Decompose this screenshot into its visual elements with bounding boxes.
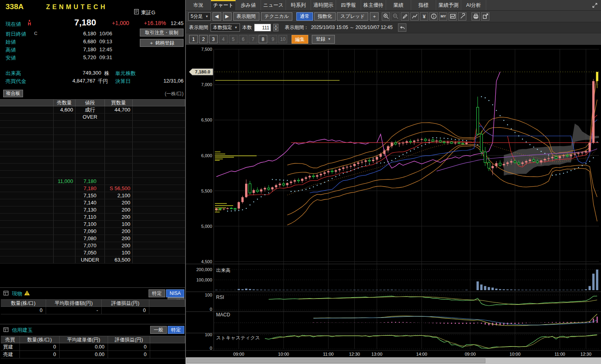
unit-shares-label: 単元株数: [115, 70, 136, 77]
current-price-label: 現在値: [6, 21, 21, 28]
composite-board-button[interactable]: 複合板: [3, 90, 23, 97]
snapshot-icon[interactable]: [448, 12, 457, 21]
svg-text:100,000: 100,000: [196, 277, 212, 282]
per-unit-note: (一株/口): [147, 91, 184, 97]
high-time: 12:45: [99, 46, 112, 52]
board-row[interactable]: UNDER63,500: [0, 256, 185, 264]
trendline-icon[interactable]: [410, 12, 419, 21]
low-label: 安値: [6, 54, 16, 62]
tab-3[interactable]: 歩み値: [236, 0, 261, 10]
printer-icon[interactable]: [472, 12, 480, 21]
chart-slot-5[interactable]: 5: [229, 35, 238, 43]
trade-caution-button[interactable]: 取引注意・規制: [140, 29, 184, 37]
board-row[interactable]: OVER: [0, 114, 185, 121]
mode-button-1[interactable]: 通常: [296, 12, 313, 21]
board-row[interactable]: [0, 121, 185, 128]
cash-filter-button[interactable]: NISA: [166, 289, 184, 297]
tab-11[interactable]: 業績予測: [436, 0, 461, 10]
svg-text:6,000: 6,000: [201, 153, 212, 158]
svg-text:09:00: 09:00: [233, 352, 244, 356]
board-row[interactable]: [0, 128, 185, 135]
count-input[interactable]: [254, 24, 271, 31]
board-row[interactable]: [0, 156, 185, 164]
prev-button[interactable]: ◀: [213, 12, 221, 21]
chart-slot-4[interactable]: 4: [219, 35, 228, 43]
chart-panel: 市況チャート歩み値ニュース時系列適時開示四季報株主優待業績指標業績予測AI分析 …: [186, 0, 601, 364]
tab-7[interactable]: 四季報: [336, 0, 361, 10]
chart-slot-2[interactable]: 2: [199, 35, 208, 43]
chart-slot-3[interactable]: 3: [209, 35, 218, 43]
board-row[interactable]: 7,180S 56,500: [0, 185, 185, 192]
price-chart[interactable]: 7,5007,0006,5006,0005,5005,0004,500200,0…: [186, 45, 601, 357]
count-spinner[interactable]: ▲▼: [273, 24, 278, 31]
zoom-in-icon[interactable]: [382, 12, 390, 21]
tab-6[interactable]: 適時開示: [311, 0, 336, 10]
tab-4[interactable]: ニュース: [261, 0, 286, 10]
tab-5[interactable]: 時系列: [286, 0, 311, 10]
board-row[interactable]: 4,600成行44,700: [0, 106, 185, 114]
board-row[interactable]: 7,110200: [0, 214, 185, 221]
board-row[interactable]: 7,080200: [0, 235, 185, 242]
plus-icon: ＋: [149, 40, 154, 46]
register-symbol-button[interactable]: ＋ 銘柄登録: [140, 39, 184, 47]
margin-short-row: 売建 0 0.00 0: [1, 351, 185, 358]
board-row[interactable]: [0, 142, 185, 149]
svg-text:09:00: 09:00: [465, 352, 476, 356]
count-mode-select[interactable]: 本数指定: [211, 23, 240, 32]
wrench-icon[interactable]: [458, 12, 466, 21]
board-row[interactable]: 7,070200: [0, 242, 185, 249]
export-icon[interactable]: [481, 12, 489, 21]
tab-10[interactable]: 指標: [411, 0, 436, 10]
mode-button-2[interactable]: 指数化: [314, 12, 336, 21]
tab-8[interactable]: 株主優待: [361, 0, 386, 10]
board-row[interactable]: [0, 164, 185, 171]
add-pane-button[interactable]: ＋: [370, 12, 379, 21]
margin-filter-button[interactable]: 一般: [150, 326, 167, 334]
warning-icon[interactable]: [24, 290, 30, 297]
period-label: 表示期間: [189, 24, 208, 31]
technical-button[interactable]: テクニカル: [261, 12, 292, 21]
turnover-label: 売買代金: [6, 78, 26, 85]
period-button[interactable]: 表示期間: [233, 12, 259, 21]
info-icon[interactable]: [429, 12, 438, 21]
board-row[interactable]: 7,140200: [0, 199, 185, 206]
board-row[interactable]: 7,130200: [0, 206, 185, 214]
board-row[interactable]: 7,050100: [0, 249, 185, 256]
svg-text:ストキャスティクス: ストキャスティクス: [216, 335, 260, 341]
cash-section-icon: [3, 290, 9, 297]
interval-select[interactable]: 5分足: [188, 12, 211, 21]
horizontal-scrollbar[interactable]: [186, 357, 601, 364]
board-row[interactable]: 7,100100: [0, 221, 185, 228]
cash-filter-button[interactable]: 特定: [149, 289, 165, 297]
scrollbar-thumb[interactable]: [187, 358, 485, 363]
sell-qty-header: 売数量: [54, 100, 75, 106]
chart-slot-7[interactable]: 7: [249, 35, 257, 43]
zoom-out-icon[interactable]: [391, 12, 400, 21]
expand-icon[interactable]: [589, 0, 601, 10]
tab-9[interactable]: 業績: [386, 0, 411, 10]
tab-12[interactable]: AI分析: [461, 0, 486, 10]
yen-icon[interactable]: ¥: [420, 12, 428, 21]
undo-icon[interactable]: [398, 23, 406, 32]
board-row[interactable]: 7,090200: [0, 228, 185, 235]
board-row[interactable]: 7,1502,100: [0, 192, 185, 199]
order-book-header: 売数量 値段 買数量: [0, 99, 185, 106]
next-button[interactable]: ▶: [223, 12, 232, 21]
tab-1[interactable]: 市況: [186, 0, 211, 10]
my-icon[interactable]: MY: [439, 12, 447, 21]
chart-slot-6[interactable]: 6: [239, 35, 247, 43]
chart-slot-9[interactable]: 9: [269, 35, 277, 43]
tab-2[interactable]: チャート: [211, 0, 236, 10]
chart-slot-8[interactable]: 8: [259, 35, 267, 43]
edit-button[interactable]: 編集: [292, 35, 308, 44]
board-row[interactable]: [0, 171, 185, 178]
board-row[interactable]: [0, 149, 185, 156]
register-chart-button[interactable]: 登録: [312, 35, 335, 44]
margin-filter-button[interactable]: 特定: [168, 326, 184, 334]
pencil-icon[interactable]: [401, 12, 409, 21]
mode-button-3[interactable]: スプレッド: [337, 12, 368, 21]
board-row[interactable]: [0, 135, 185, 142]
chart-slot-10[interactable]: 10: [278, 35, 287, 43]
board-row[interactable]: 11,0007,180: [0, 178, 185, 185]
chart-slot-1[interactable]: 1: [189, 35, 198, 43]
